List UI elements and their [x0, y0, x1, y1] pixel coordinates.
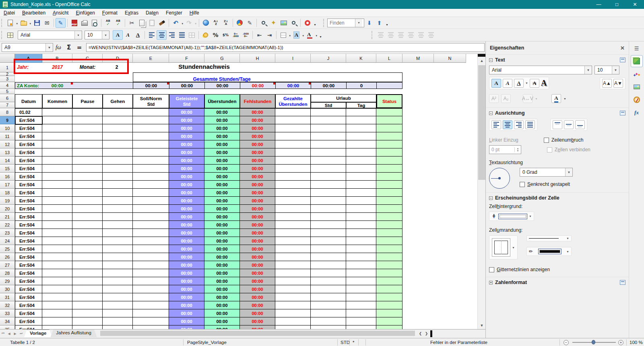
sidebar-strikethrough-button[interactable]: A — [530, 79, 539, 88]
menu-extras[interactable]: Extras — [121, 9, 142, 16]
table-cell[interactable] — [72, 165, 103, 173]
align-left-button[interactable] — [147, 30, 157, 40]
border-dropdown-icon[interactable]: ▼ — [512, 246, 515, 249]
row-header-16[interactable]: 16 — [0, 173, 15, 181]
table-cell[interactable]: 00:00 — [240, 261, 275, 269]
table-cell[interactable] — [275, 221, 311, 229]
table-cell[interactable] — [72, 277, 103, 285]
table-cell[interactable] — [275, 124, 311, 132]
table-cell[interactable] — [133, 293, 169, 301]
table-cell[interactable] — [311, 293, 346, 301]
table-cell[interactable] — [275, 253, 311, 261]
table-cell[interactable]: 00:00 — [169, 309, 204, 317]
increase-font-button[interactable]: A▲ — [602, 79, 612, 88]
row-header-26[interactable]: 26 — [0, 253, 15, 261]
table-cell[interactable] — [133, 229, 169, 237]
table-cell[interactable] — [346, 124, 376, 132]
row-header-12[interactable]: 12 — [0, 140, 15, 148]
table-cell[interactable]: 00:00 — [240, 205, 275, 213]
table-cell[interactable] — [42, 189, 72, 197]
table-cell[interactable] — [133, 309, 169, 317]
table-cell[interactable] — [103, 108, 133, 116]
table-cell[interactable]: 00:00 — [240, 157, 275, 165]
row-header-6[interactable]: 6 — [0, 94, 15, 102]
save-button[interactable] — [32, 18, 42, 28]
table-cell[interactable] — [376, 301, 402, 309]
collapse-icon[interactable]: − — [489, 111, 493, 115]
table-cell[interactable] — [376, 221, 402, 229]
table-cell[interactable]: 00:00 — [204, 301, 240, 309]
sidebar-tab-styles[interactable]: ✦ — [631, 68, 643, 80]
table-cell[interactable] — [42, 157, 72, 165]
column-header-M[interactable]: M — [402, 54, 434, 63]
table-cell[interactable]: 00:00 — [204, 108, 240, 116]
table-cell[interactable]: 00:00 — [169, 124, 204, 132]
background-color-button[interactable]: A▾ — [291, 30, 301, 40]
table-cell[interactable] — [275, 148, 311, 157]
line-color-combo[interactable]: ✏︎ ▼ — [526, 247, 572, 256]
table-cell[interactable] — [42, 293, 72, 301]
section-ausrichtung[interactable]: − Ausrichtung — [486, 107, 629, 117]
next-sheet-icon[interactable]: ▶ — [12, 330, 18, 337]
gitternetzlinien-label[interactable]: Gitternetzlinien anzeigen — [497, 267, 550, 272]
gesamt-j-value[interactable]: 00:00 — [311, 82, 346, 89]
table-cell[interactable] — [275, 229, 311, 237]
cell-a33[interactable]: Err:504 — [15, 309, 42, 317]
table-cell[interactable] — [133, 165, 169, 173]
table-cell[interactable] — [133, 277, 169, 285]
column-header-K[interactable]: K — [346, 54, 376, 63]
table-cell[interactable]: 00:00 — [240, 140, 275, 148]
row-header-10[interactable]: 10 — [0, 124, 15, 132]
table-cell[interactable] — [376, 165, 402, 173]
table-cell[interactable] — [72, 173, 103, 181]
gesamt-f-value[interactable]: 00:00 — [169, 82, 204, 89]
row-header-22[interactable]: 22 — [0, 221, 15, 229]
table-cell[interactable]: 00:00 — [204, 261, 240, 269]
number-format-currency-button[interactable] — [200, 30, 211, 40]
table-cell[interactable]: 00:00 — [204, 285, 240, 293]
table-cell[interactable] — [72, 140, 103, 148]
table-cell[interactable] — [376, 189, 402, 197]
table-cell[interactable] — [311, 116, 346, 124]
row-header-24[interactable]: 24 — [0, 237, 15, 245]
scroll-down-icon[interactable]: ▼ — [478, 322, 486, 329]
table-cell[interactable] — [275, 285, 311, 293]
table-cell[interactable]: 00:00 — [204, 269, 240, 277]
find-replace-button[interactable] — [258, 18, 268, 28]
table-cell[interactable]: 00:00 — [204, 309, 240, 317]
table-cell[interactable]: 00:00 — [204, 221, 240, 229]
table-cell[interactable] — [72, 132, 103, 140]
gesamt-l-cell[interactable] — [376, 82, 402, 89]
sheet-tab-jahres-auflistung[interactable]: Jahres Auflistung — [50, 330, 97, 337]
zoom-out-icon[interactable]: − — [564, 338, 569, 346]
help-button[interactable] — [302, 18, 312, 28]
table-cell[interactable]: 00:00 — [240, 132, 275, 140]
table-cell[interactable]: 00:00 — [240, 245, 275, 253]
row-header-23[interactable]: 23 — [0, 229, 15, 237]
table-cell[interactable] — [346, 309, 376, 317]
table-cell[interactable] — [346, 148, 376, 157]
table-cell[interactable] — [275, 301, 311, 309]
table-cell[interactable] — [42, 124, 72, 132]
table-cell[interactable]: 00:00 — [169, 253, 204, 261]
table-cell[interactable] — [103, 269, 133, 277]
table-cell[interactable] — [275, 116, 311, 124]
row-header-25[interactable]: 25 — [0, 245, 15, 253]
table-cell[interactable]: 00:00 — [169, 301, 204, 309]
table-cell[interactable] — [103, 317, 133, 325]
increase-indent-button[interactable]: ⇥ — [264, 30, 275, 40]
row-header-34[interactable]: 34 — [0, 317, 15, 325]
table-cell[interactable]: 00:00 — [169, 173, 204, 181]
sidebar-bold-button[interactable]: A — [491, 79, 501, 88]
page-preview-button[interactable] — [89, 18, 99, 28]
table-cell[interactable] — [42, 221, 72, 229]
spellcheck-button[interactable]: AB✓ — [103, 18, 113, 28]
align-bottom-obj-button[interactable] — [426, 30, 436, 40]
table-cell[interactable] — [42, 181, 72, 189]
table-cell[interactable] — [133, 221, 169, 229]
table-cell[interactable]: 00:00 — [204, 140, 240, 148]
table-cell[interactable] — [311, 317, 346, 325]
row-header-9[interactable]: 9 — [0, 116, 15, 124]
sidebar-tab-navigator[interactable] — [631, 94, 643, 106]
column-header-F[interactable]: F — [169, 54, 204, 63]
